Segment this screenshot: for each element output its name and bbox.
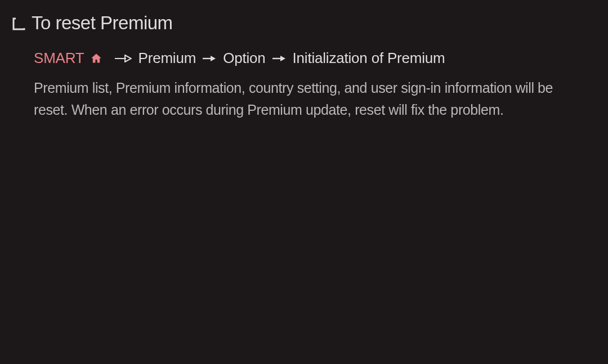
menu-path: SMART Premium Option I bbox=[34, 50, 596, 67]
home-icon bbox=[90, 52, 102, 65]
section-title-row: To reset Premium bbox=[12, 12, 596, 34]
arrow-icon bbox=[272, 55, 286, 62]
section-title: To reset Premium bbox=[32, 12, 173, 34]
arrow-icon bbox=[203, 55, 216, 62]
svg-rect-2 bbox=[23, 17, 27, 28]
path-smart-label: SMART bbox=[34, 50, 84, 67]
path-option-label: Option bbox=[223, 50, 265, 67]
section-bullet-icon bbox=[12, 17, 29, 29]
help-page: To reset Premium SMART Premium Option bbox=[0, 0, 608, 121]
path-initialization-label: Initialization of Premium bbox=[293, 50, 445, 67]
path-premium-label: Premium bbox=[138, 50, 196, 67]
description-text: Premium list, Premium information, count… bbox=[34, 77, 573, 121]
arrow-icon bbox=[115, 55, 132, 62]
